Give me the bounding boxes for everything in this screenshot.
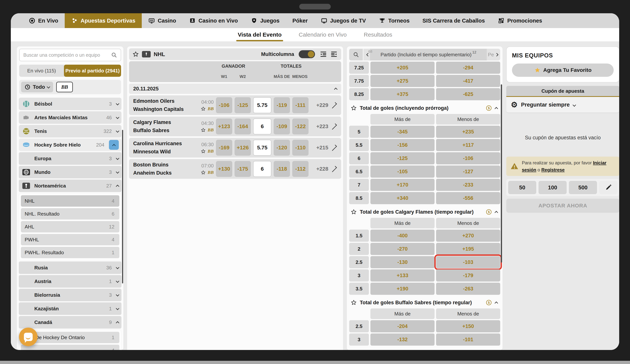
sidebar-item-mundo[interactable]: Mundo3 <box>19 166 122 178</box>
stake-50-button[interactable]: 50 <box>508 181 536 194</box>
collapse-view-icon[interactable] <box>320 50 327 58</box>
sidebar-item-tenis[interactable]: Tenis322 <box>19 125 122 137</box>
bet-now-button[interactable]: APOSTAR AHORA <box>506 199 619 213</box>
odds-under[interactable]: -122 <box>292 118 308 134</box>
odds-under[interactable]: -263 <box>436 283 500 295</box>
expand-view-icon[interactable] <box>330 50 338 58</box>
odds-under[interactable]: +117 <box>436 139 500 151</box>
chat-bubble-button[interactable] <box>19 328 38 346</box>
stake-100-button[interactable]: 100 <box>538 181 566 194</box>
odds-over[interactable]: -125 <box>370 152 434 164</box>
active-market-tab[interactable]: Partido (Incluido el tiempo suplementari… <box>370 49 487 60</box>
match-row[interactable]: Edmonton OilersWashington Capitals04:00B… <box>129 95 341 115</box>
nav-tab-live[interactable]: En Vivo <box>22 13 65 28</box>
chevron-right-icon[interactable] <box>330 102 337 108</box>
stake-500-button[interactable]: 500 <box>569 181 597 194</box>
match-row[interactable]: Carolina HurricanesMinnesota Wild06:30BB… <box>129 138 341 158</box>
markets-scrollbar[interactable] <box>501 84 502 263</box>
odds-over[interactable]: +205 <box>370 62 434 74</box>
nav-tab-poker[interactable]: Póker <box>286 13 314 28</box>
match-row[interactable]: Calgary FlamesBuffalo Sabres04:30BB+123-… <box>129 117 341 136</box>
odds-over[interactable]: +133 <box>370 269 434 282</box>
favorite-star-icon[interactable] <box>351 105 357 111</box>
odds-over[interactable]: +170 <box>370 179 434 191</box>
nav-tab-live-casino[interactable]: Casino en Vivo <box>182 13 244 28</box>
odds-w2[interactable]: -125 <box>234 97 251 113</box>
odds-over[interactable]: -270 <box>370 243 434 255</box>
odds-over[interactable]: +375 <box>370 88 434 100</box>
odds-under[interactable]: -106 <box>436 152 500 164</box>
odds-under[interactable]: -625 <box>436 88 500 100</box>
odds-over[interactable]: +275 <box>370 75 434 87</box>
sidebar-item-rusia[interactable]: Rusia36 <box>19 261 122 274</box>
odds-over[interactable]: -118 <box>274 161 290 177</box>
odds-over[interactable]: -132 <box>370 334 434 346</box>
odds-w2[interactable]: +126 <box>234 140 251 156</box>
odds-under[interactable]: -110 <box>292 140 308 156</box>
market-search-button[interactable] <box>349 49 364 60</box>
subnav-tab-live-calendar[interactable]: Calendario en Vivo <box>299 28 347 41</box>
date-group-header[interactable]: 20.11.2025 <box>129 84 341 94</box>
nav-tab-games[interactable]: Juegos <box>244 13 286 28</box>
odds-under[interactable]: +195 <box>436 243 500 255</box>
sidebar-item-canada[interactable]: Canadá9 <box>19 316 122 329</box>
odds-under[interactable]: -556 <box>436 192 500 204</box>
add-favorite-button[interactable]: Agrega Tu Favorito <box>512 63 614 77</box>
subnav-tab-results[interactable]: Resultados <box>364 28 392 41</box>
odds-over[interactable]: +190 <box>370 283 434 295</box>
odds-under[interactable]: -101 <box>436 334 500 346</box>
odds-under[interactable]: -179 <box>436 269 500 282</box>
multicolumn-toggle[interactable] <box>299 50 315 58</box>
sidebar-item-beisbol[interactable]: Béisbol3 <box>19 98 122 110</box>
chevron-right-icon[interactable] <box>330 123 337 129</box>
odds-under[interactable]: -417 <box>436 75 500 87</box>
odds-w2[interactable]: -175 <box>234 161 251 177</box>
sidebar-item-austria[interactable]: Austria1 <box>19 275 122 288</box>
favorite-star-icon[interactable] <box>201 149 206 154</box>
odds-w1[interactable]: +130 <box>216 161 232 177</box>
filter-prematch[interactable]: Previo al partido (2941) <box>64 65 121 77</box>
nav-tab-casino[interactable]: Casino <box>142 13 182 28</box>
search-input[interactable] <box>23 52 111 58</box>
sidebar-item-hockey-sobre-hielo[interactable]: Hockey Sobre Hielo204 <box>19 139 122 151</box>
odds-under[interactable]: +270 <box>436 230 500 242</box>
tab-bet-coupon[interactable]: Cupón de apuesta <box>506 86 619 97</box>
collapse-sport-button[interactable] <box>109 140 119 150</box>
sidebar-item-europa[interactable]: Europa3 <box>19 152 122 165</box>
odds-over[interactable]: -120 <box>274 140 290 156</box>
nav-tab-tournaments[interactable]: Torneos <box>372 13 416 28</box>
favorite-star-icon[interactable] <box>351 300 357 306</box>
league-item-pwhl-resultado[interactable]: PWHL. Resultado1 <box>21 247 119 258</box>
odds-under[interactable]: +150 <box>436 320 500 332</box>
odds-over[interactable]: +340 <box>370 192 434 204</box>
odds-under[interactable]: -112 <box>292 161 308 177</box>
odds-under[interactable]: -294 <box>436 62 500 74</box>
sidebar-item-kazajistan[interactable]: Kazajistán1 <box>19 302 122 315</box>
odds-over[interactable]: -109 <box>274 118 290 134</box>
register-link[interactable]: Regístrese <box>542 167 565 172</box>
chevron-up-icon[interactable] <box>494 302 498 305</box>
odds-over[interactable]: -204 <box>370 320 434 332</box>
odds-under[interactable]: -103 <box>436 256 500 268</box>
cashout-icon[interactable]: $ <box>486 209 492 215</box>
odds-over[interactable]: -400 <box>370 230 434 242</box>
chevron-up-icon[interactable] <box>494 107 498 110</box>
odds-over[interactable]: -345 <box>370 126 434 138</box>
favorite-star-icon[interactable] <box>201 106 206 111</box>
favorite-star-icon[interactable] <box>132 51 139 57</box>
odds-under[interactable]: -111 <box>292 97 308 113</box>
odds-over[interactable]: -156 <box>370 139 434 151</box>
sidebar-scrollbar[interactable] <box>122 130 123 283</box>
time-filter-dropdown[interactable]: Todo <box>21 82 53 92</box>
odds-under[interactable]: +235 <box>436 126 500 138</box>
cashout-icon[interactable]: $ <box>486 299 492 306</box>
match-row[interactable]: Boston BruinsAnaheim Ducks07:00BB+130-17… <box>129 159 341 179</box>
odds-over[interactable]: -119 <box>274 97 290 113</box>
nav-tab-tv-games[interactable]: Juegos de TV <box>314 13 372 28</box>
odds-w1[interactable]: -106 <box>216 97 232 113</box>
odds-w1[interactable]: -169 <box>216 140 232 156</box>
bet-builder-button[interactable]: BB <box>56 82 73 92</box>
odds-w1[interactable]: +123 <box>216 118 232 134</box>
sidebar-item-artes-marciales-mixtas[interactable]: Artes Marciales Mixtas46 <box>19 111 122 124</box>
filter-live[interactable]: En vivo (115) <box>19 65 64 77</box>
